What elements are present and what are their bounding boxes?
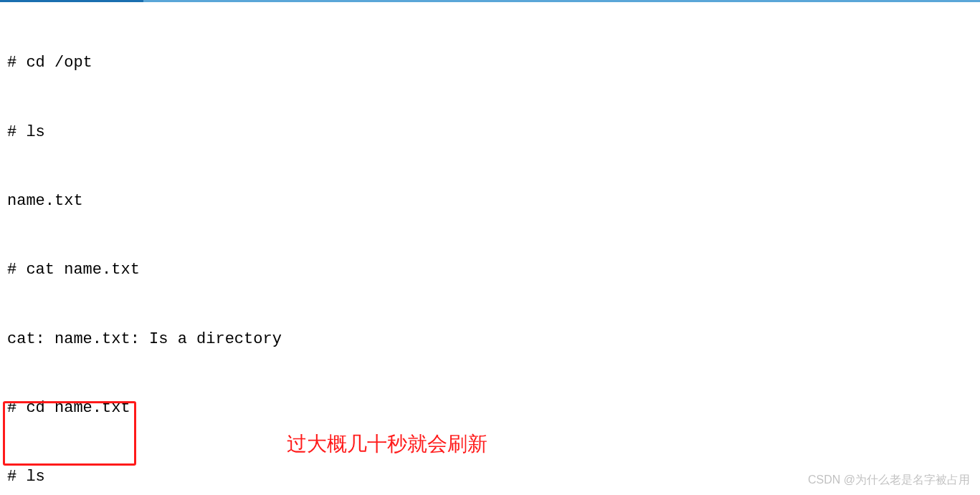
terminal-output[interactable]: # cd /opt # ls name.txt # cat name.txt c…	[7, 6, 282, 495]
annotation-text: 过大概几十秒就会刷新	[287, 430, 487, 459]
watermark-text: CSDN @为什么老是名字被占用	[808, 471, 970, 488]
terminal-line: # ls	[7, 466, 282, 489]
terminal-line: # cat name.txt	[7, 259, 282, 282]
terminal-line: # ls	[7, 121, 282, 144]
terminal-line: # cd /opt	[7, 52, 282, 75]
terminal-line: # cd name.txt	[7, 397, 282, 420]
window-top-border	[0, 0, 980, 2]
terminal-line: name.txt	[7, 190, 282, 213]
terminal-line: cat: name.txt: Is a directory	[7, 328, 282, 351]
